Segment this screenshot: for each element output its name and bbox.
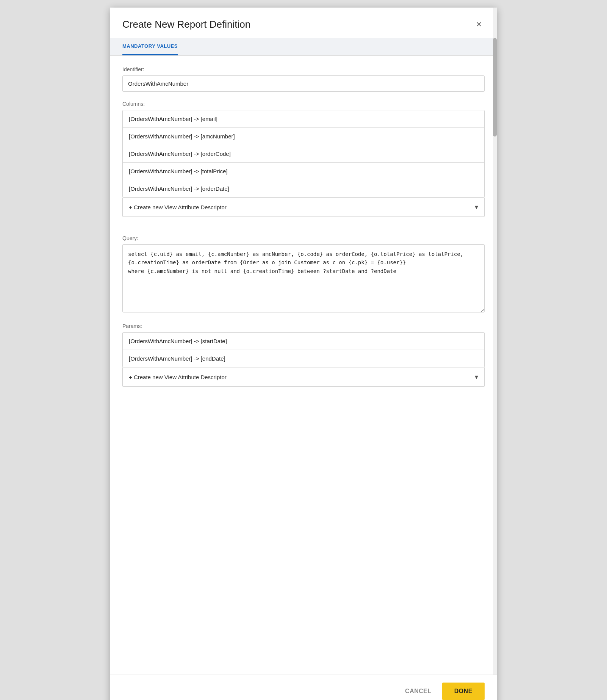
list-item: [OrdersWithAmcNumber] -> [email] bbox=[123, 110, 484, 128]
tab-mandatory-values[interactable]: MANDATORY VALUES bbox=[122, 38, 178, 55]
list-item: [OrdersWithAmcNumber] -> [orderDate] bbox=[123, 180, 484, 197]
list-item: [OrdersWithAmcNumber] -> [orderCode] bbox=[123, 145, 484, 163]
cancel-button[interactable]: CANCEL bbox=[394, 683, 442, 700]
list-item: [OrdersWithAmcNumber] -> [amcNumber] bbox=[123, 128, 484, 145]
list-item: [OrdersWithAmcNumber] -> [totalPrice] bbox=[123, 163, 484, 180]
params-box: [OrdersWithAmcNumber] -> [startDate] [Or… bbox=[122, 332, 485, 367]
list-item: [OrdersWithAmcNumber] -> [endDate] bbox=[123, 350, 484, 367]
chevron-down-icon: ▾ bbox=[475, 373, 478, 381]
query-input[interactable]: select {c.uid} as email, {c.amcNumber} a… bbox=[122, 244, 485, 312]
dialog-body: Identifier: Columns: [OrdersWithAmcNumbe… bbox=[110, 56, 497, 675]
query-label: Query: bbox=[122, 235, 485, 241]
create-column-label: + Create new View Attribute Descriptor bbox=[129, 204, 227, 210]
scrollbar-track[interactable] bbox=[493, 8, 497, 700]
params-field-group: Params: [OrdersWithAmcNumber] -> [startD… bbox=[122, 323, 485, 387]
dialog-footer: CANCEL DONE bbox=[110, 675, 497, 700]
query-field-group: Query: select {c.uid} as email, {c.amcNu… bbox=[122, 235, 485, 314]
create-column-button[interactable]: + Create new View Attribute Descriptor ▾ bbox=[122, 198, 485, 217]
columns-field-group: Columns: [OrdersWithAmcNumber] -> [email… bbox=[122, 101, 485, 217]
scrollbar-thumb[interactable] bbox=[493, 38, 497, 137]
dialog-header: Create New Report Definition × bbox=[110, 8, 497, 38]
chevron-down-icon: ▾ bbox=[475, 203, 478, 211]
dialog-title: Create New Report Definition bbox=[122, 19, 250, 30]
identifier-label: Identifier: bbox=[122, 66, 485, 72]
close-button[interactable]: × bbox=[473, 18, 485, 30]
create-report-dialog: Create New Report Definition × MANDATORY… bbox=[110, 8, 497, 700]
columns-label: Columns: bbox=[122, 101, 485, 107]
tab-bar: MANDATORY VALUES bbox=[110, 38, 497, 56]
identifier-input[interactable] bbox=[122, 75, 485, 92]
create-param-button[interactable]: + Create new View Attribute Descriptor ▾ bbox=[122, 367, 485, 387]
create-param-label: + Create new View Attribute Descriptor bbox=[129, 374, 227, 380]
done-button[interactable]: DONE bbox=[442, 683, 485, 700]
columns-box: [OrdersWithAmcNumber] -> [email] [Orders… bbox=[122, 110, 485, 198]
list-item: [OrdersWithAmcNumber] -> [startDate] bbox=[123, 333, 484, 350]
identifier-field-group: Identifier: bbox=[122, 66, 485, 92]
params-label: Params: bbox=[122, 323, 485, 329]
